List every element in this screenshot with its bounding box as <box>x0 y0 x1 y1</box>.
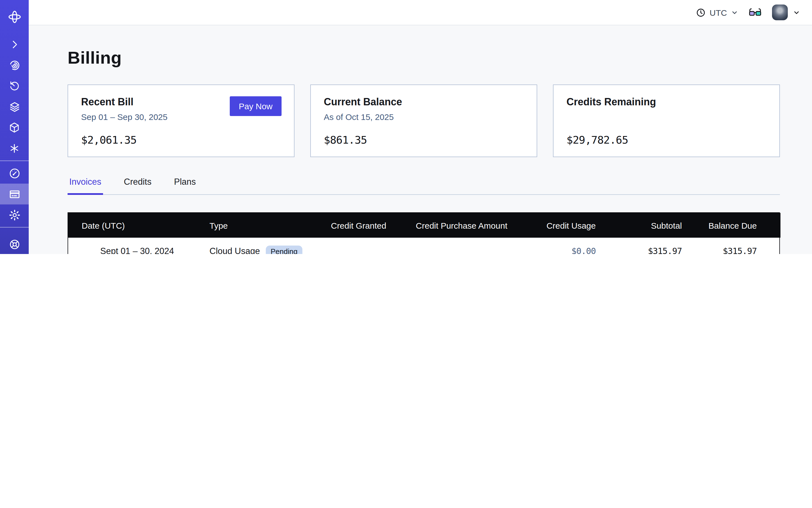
card-subtitle: As of Oct 15, 2025 <box>324 112 524 122</box>
tab-invoices[interactable]: Invoices <box>68 177 103 194</box>
balance-due-value: $315.97 <box>682 238 780 254</box>
main-content: Billing Recent Bill Sep 01 – Sep 30, 202… <box>29 25 812 254</box>
sidebar-item-trace[interactable] <box>0 55 29 76</box>
billing-tabs: Invoices Credits Plans <box>68 177 780 195</box>
sidebar-item-billing[interactable] <box>0 183 29 204</box>
topbar: UTC <box>29 0 812 25</box>
sidebar-divider <box>0 227 29 227</box>
col-subtotal: Subtotal <box>596 213 682 238</box>
col-balance-due: Balance Due <box>682 213 780 238</box>
trace-spiral-icon <box>8 59 20 71</box>
credit-purchase-value <box>386 238 507 254</box>
orbit-logo-icon <box>7 9 22 24</box>
tab-plans[interactable]: Plans <box>172 177 198 194</box>
clock-icon <box>696 8 706 17</box>
subtotal-value: $315.97 <box>596 238 682 254</box>
app-logo[interactable] <box>0 0 29 34</box>
history-clock-icon <box>8 80 20 92</box>
sidebar-item-datasets[interactable] <box>0 96 29 117</box>
col-date: Date (UTC) <box>68 213 210 238</box>
chevron-down-icon <box>731 9 738 16</box>
invoice-date: Sept 01 – 30, 2024 <box>100 246 174 254</box>
page-title: Billing <box>68 48 780 68</box>
table-row: Sept 01 – 30, 2024 Cloud Usage Pending $… <box>68 238 780 254</box>
current-balance-card: Current Balance As of Oct 15, 2025 $861.… <box>310 84 537 157</box>
chevron-right-icon <box>9 39 20 50</box>
gauge-icon <box>8 167 20 179</box>
ship-wheel-icon <box>8 238 20 250</box>
asterisk-icon <box>8 142 20 154</box>
sidebar: $ <box>0 0 29 254</box>
timezone-selector[interactable]: UTC <box>696 8 738 17</box>
credit-usage-value: $0.00 <box>507 238 596 254</box>
sidebar-item-functions[interactable] <box>0 138 29 159</box>
recent-bill-card: Recent Bill Sep 01 – Sep 30, 2025 $2,061… <box>68 84 295 157</box>
user-avatar <box>772 4 788 20</box>
cube-icon <box>8 122 20 133</box>
summary-cards: Recent Bill Sep 01 – Sep 30, 2025 $2,061… <box>68 84 780 157</box>
sidebar-item-usage[interactable] <box>0 163 29 183</box>
credits-remaining-amount: $29,782.65 <box>566 133 628 146</box>
layers-icon <box>8 100 20 113</box>
recent-bill-amount: $2,061.35 <box>81 133 136 146</box>
app-window: $ UTC Billing <box>0 0 812 254</box>
reader-mode-button[interactable] <box>749 8 761 17</box>
card-title: Credits Remaining <box>566 96 766 108</box>
invoice-table-body: Sept 01 – 30, 2024 Cloud Usage Pending $… <box>68 238 780 254</box>
glasses-icon <box>749 8 761 17</box>
sidebar-item-expand[interactable] <box>0 34 29 55</box>
gear-icon <box>8 209 20 221</box>
credits-remaining-card: Credits Remaining $29,782.65 <box>553 84 780 157</box>
timezone-label: UTC <box>710 8 727 17</box>
table-header: Date (UTC) Type Credit Granted Credit Pu… <box>68 213 780 238</box>
col-credit-granted: Credit Granted <box>330 213 386 238</box>
sidebar-item-support[interactable] <box>0 234 29 254</box>
invoice-type: Cloud Usage <box>210 246 260 254</box>
current-balance-amount: $861.35 <box>324 133 367 146</box>
sidebar-divider <box>0 161 29 161</box>
chevron-down-icon <box>793 9 800 16</box>
sidebar-item-packages[interactable] <box>0 117 29 138</box>
sidebar-item-history[interactable] <box>0 76 29 96</box>
col-credit-usage: Credit Usage <box>507 213 596 238</box>
col-credit-purchase-amount: Credit Purchase Amount <box>386 213 507 238</box>
card-title: Current Balance <box>324 96 524 108</box>
credit-granted-value <box>330 238 386 254</box>
pay-now-button[interactable]: Pay Now <box>230 96 282 116</box>
invoices-table: Date (UTC) Type Credit Granted Credit Pu… <box>68 212 780 254</box>
col-type: Type <box>210 213 330 238</box>
sidebar-item-settings[interactable] <box>0 204 29 225</box>
status-badge: Pending <box>265 245 302 254</box>
tab-credits[interactable]: Credits <box>122 177 153 194</box>
user-menu[interactable] <box>772 4 800 20</box>
credit-card-icon <box>8 188 20 200</box>
